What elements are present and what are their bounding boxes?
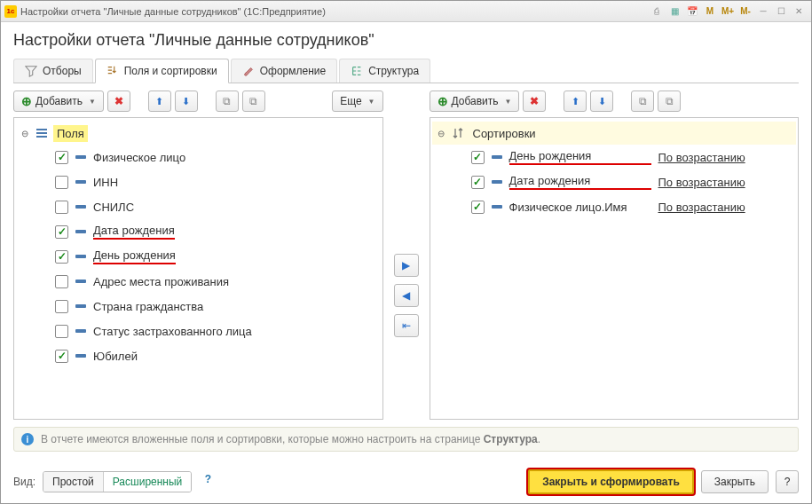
fields-tree[interactable]: ⊖ Поля Физическое лицоИННСНИЛСДата рожде…: [13, 117, 383, 420]
field-item[interactable]: Юбилей: [16, 343, 381, 368]
fields-root-icon: [35, 127, 48, 139]
move-up-button[interactable]: ⬆: [148, 91, 171, 112]
svg-rect-2: [36, 136, 47, 138]
tab-structure-label: Структура: [368, 65, 419, 77]
move-up-button-r[interactable]: ⬆: [564, 91, 587, 112]
arrow-down-icon: ⬇: [598, 96, 606, 107]
fields-sort-icon: [106, 65, 119, 77]
close-generate-button[interactable]: Закрыть и сформировать: [528, 469, 694, 494]
sort-dash-icon: [492, 155, 502, 159]
sort-order-link[interactable]: По возрастанию: [658, 151, 745, 164]
checkbox[interactable]: [55, 176, 68, 189]
tree-icon: [351, 65, 363, 77]
checkbox[interactable]: [471, 151, 485, 164]
field-item[interactable]: Страна гражданства: [16, 294, 381, 319]
checkbox[interactable]: [55, 225, 68, 239]
m-button[interactable]: M: [702, 4, 718, 19]
sort-label: Физическое лицо.Имя: [509, 201, 651, 214]
maximize-icon[interactable]: ☐: [773, 4, 789, 19]
calc-icon[interactable]: ▦: [666, 4, 682, 19]
expander-icon[interactable]: ⊖: [20, 129, 30, 138]
checkbox[interactable]: [55, 250, 68, 264]
field-dash-icon: [75, 230, 86, 233]
info-bar: i В отчете имеются вложенные поля и сорт…: [13, 427, 799, 452]
checkbox[interactable]: [471, 201, 485, 214]
field-dash-icon: [75, 155, 86, 159]
expand-button-r[interactable]: ⧉: [631, 91, 654, 112]
sort-item[interactable]: Дата рожденияПо возрастанию: [432, 169, 797, 194]
help-button[interactable]: ?: [776, 470, 799, 493]
delete-button[interactable]: ✖: [107, 91, 130, 112]
x-icon: ✖: [114, 95, 123, 107]
fields-root[interactable]: ⊖ Поля: [16, 122, 381, 145]
move-all-left-button[interactable]: ⇤: [394, 314, 419, 337]
more-button[interactable]: Еще▼: [332, 91, 382, 112]
calendar-icon[interactable]: 📅: [684, 4, 700, 19]
collapse-icon: ⧉: [249, 95, 257, 107]
checkbox[interactable]: [471, 176, 485, 189]
field-label: Страна гражданства: [93, 300, 203, 313]
checkbox[interactable]: [55, 151, 68, 164]
m-minus-button[interactable]: M-: [737, 4, 753, 19]
field-label: Юбилей: [93, 350, 138, 363]
tab-filters[interactable]: Отборы: [13, 59, 93, 83]
sort-item[interactable]: Физическое лицо.ИмяПо возрастанию: [432, 194, 797, 219]
view-advanced[interactable]: Расширенный: [104, 472, 192, 492]
add-button[interactable]: ⊕Добавить▼: [13, 91, 104, 112]
info-pre: В отчете имеются вложенные поля и сортир…: [41, 433, 484, 445]
collapse-button-r[interactable]: ⧉: [658, 91, 681, 112]
arrow-down-icon: ⬇: [182, 96, 190, 107]
add-label: Добавить: [35, 95, 83, 107]
svg-rect-0: [36, 129, 47, 130]
expander-icon[interactable]: ⊖: [436, 129, 446, 138]
tab-appearance[interactable]: Оформление: [231, 59, 337, 83]
sort-dash-icon: [492, 205, 502, 209]
sort-order-link[interactable]: По возрастанию: [658, 201, 745, 214]
help-link[interactable]: ?: [199, 473, 217, 491]
funnel-icon: [25, 65, 37, 77]
content: Настройки отчета "Личные данные сотрудни…: [1, 22, 811, 461]
checkbox[interactable]: [55, 275, 68, 288]
checkbox[interactable]: [55, 300, 68, 313]
collapse-button[interactable]: ⧉: [242, 91, 265, 112]
window: 1c Настройки отчета "Личные данные сотру…: [0, 0, 812, 504]
move-column: ▶ ◀ ⇤: [390, 91, 422, 420]
field-item[interactable]: Дата рождения: [16, 219, 381, 244]
tab-fields[interactable]: Поля и сортировки: [95, 59, 229, 83]
delete-button-r[interactable]: ✖: [523, 91, 546, 112]
field-item[interactable]: День рождения: [16, 244, 381, 269]
checkbox[interactable]: [55, 325, 68, 338]
view-simple[interactable]: Простой: [43, 472, 104, 492]
sort-tree[interactable]: ⊖ Сортировки День рожденияПо возрастанию…: [430, 117, 800, 420]
tabs: Отборы Поля и сортировки Оформление Стру…: [13, 59, 799, 83]
field-item[interactable]: Физическое лицо: [16, 145, 381, 169]
info-bold: Структура: [484, 433, 538, 445]
field-label: Адрес места проживания: [93, 275, 229, 288]
field-item[interactable]: Адрес места проживания: [16, 269, 381, 294]
sort-dash-icon: [492, 180, 502, 184]
expand-button[interactable]: ⧉: [216, 91, 239, 112]
checkbox[interactable]: [55, 350, 68, 363]
checkbox[interactable]: [55, 201, 68, 214]
field-label: Статус застрахованного лица: [93, 325, 252, 338]
add-button-r[interactable]: ⊕Добавить▼: [430, 91, 520, 112]
field-item[interactable]: Статус застрахованного лица: [16, 319, 381, 343]
collapse-icon: ⧉: [666, 95, 674, 107]
sort-root[interactable]: ⊖ Сортировки: [432, 122, 797, 145]
tab-structure[interactable]: Структура: [339, 59, 430, 83]
sort-item[interactable]: День рожденияПо возрастанию: [432, 145, 797, 169]
move-down-button[interactable]: ⬇: [175, 91, 198, 112]
close-icon[interactable]: ✕: [791, 4, 807, 19]
field-dash-icon: [75, 205, 86, 209]
close-button[interactable]: Закрыть: [701, 470, 769, 493]
sort-order-link[interactable]: По возрастанию: [658, 176, 745, 189]
field-item[interactable]: ИНН: [16, 169, 381, 194]
minimize-icon[interactable]: ─: [755, 4, 771, 19]
field-item[interactable]: СНИЛС: [16, 194, 381, 219]
m-plus-button[interactable]: M+: [720, 4, 736, 19]
print-icon[interactable]: ⎙: [649, 4, 665, 19]
field-label: Физическое лицо: [93, 151, 185, 164]
move-left-button[interactable]: ◀: [394, 284, 419, 307]
move-down-button-r[interactable]: ⬇: [590, 91, 613, 112]
move-right-button[interactable]: ▶: [394, 254, 419, 277]
